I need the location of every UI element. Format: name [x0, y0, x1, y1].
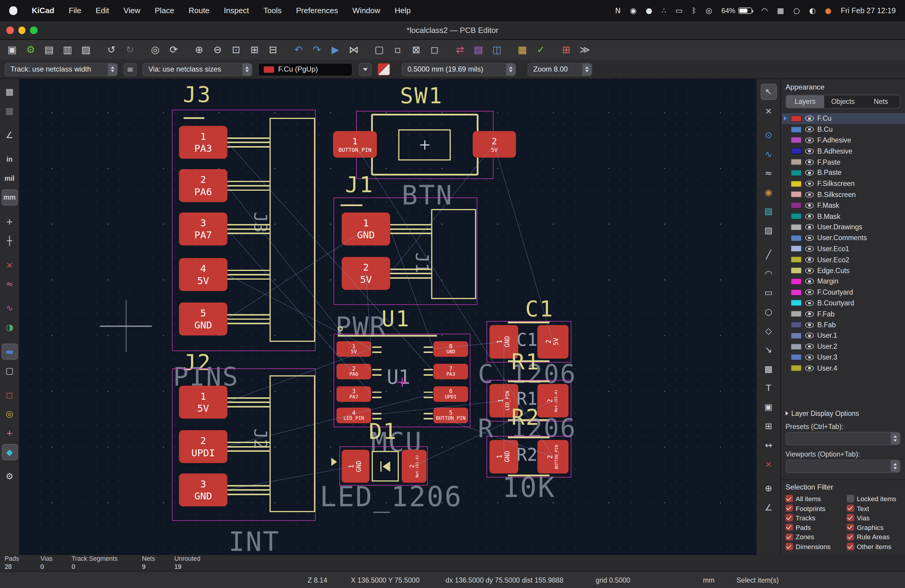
- r1-pad-2[interactable]: 2 Net-(D1-A): [537, 384, 568, 417]
- menu-help[interactable]: Help: [395, 6, 411, 15]
- layer-visibility-eye-icon[interactable]: [805, 246, 814, 251]
- zoom-to-selection-button[interactable]: ⊟: [264, 42, 282, 58]
- menubar-notion-icon[interactable]: N: [615, 7, 621, 14]
- r2-reference-text[interactable]: R2: [511, 407, 540, 428]
- grid-overrides-button[interactable]: ▩: [2, 103, 17, 119]
- tab-layers[interactable]: Layers: [786, 95, 824, 108]
- sketch-footprints-button[interactable]: ◻: [2, 387, 17, 403]
- draw-polygon-button[interactable]: ◇: [761, 323, 776, 339]
- highlight-net-button[interactable]: ⊙: [761, 127, 776, 143]
- j3-pad-3[interactable]: 3 PA7: [179, 213, 227, 245]
- layer-visibility-eye-icon[interactable]: [805, 257, 814, 262]
- layer-row-f-cu[interactable]: F.Cu: [782, 113, 905, 124]
- layer-color-swatch-b-cu[interactable]: [791, 126, 802, 133]
- layer-color-swatch-user-4[interactable]: [791, 365, 802, 371]
- r2-pad-2[interactable]: 2 BUTTON_PIN: [537, 440, 568, 474]
- checkbox-footprints[interactable]: [786, 504, 793, 512]
- layer-row-b-silkscreen[interactable]: B.Silkscreen: [782, 189, 905, 200]
- checkbox-text[interactable]: [847, 504, 854, 512]
- c1-center-label[interactable]: C1: [516, 331, 538, 349]
- board-setup-button[interactable]: ⚙: [22, 42, 39, 58]
- draw-circle-button[interactable]: ○: [761, 304, 776, 320]
- layer-color-swatch-user-eco1[interactable]: [791, 246, 802, 252]
- menu-route[interactable]: Route: [189, 6, 209, 15]
- highlight-nets-button[interactable]: ∿: [2, 300, 17, 316]
- filter-zones[interactable]: Zones: [786, 532, 847, 542]
- layer-row-margin[interactable]: Margin: [782, 276, 905, 287]
- save-button[interactable]: ▣: [3, 42, 21, 58]
- menu-window[interactable]: Window: [352, 6, 380, 15]
- layer-color-swatch-b-courtyard[interactable]: [791, 300, 802, 306]
- u1-pad-6[interactable]: 6 UPDI: [433, 386, 468, 402]
- d1-pad-1[interactable]: 1 GND: [342, 450, 370, 483]
- menubar-stats-icon[interactable]: ∴: [661, 7, 666, 14]
- menu-kicad[interactable]: KiCad: [32, 6, 54, 15]
- menubar-control-center-icon[interactable]: ◐: [809, 7, 816, 14]
- zoom-to-objects-button[interactable]: ⊞: [246, 42, 264, 58]
- minimize-window-button[interactable]: [18, 27, 25, 34]
- active-layer-combo[interactable]: F.Cu (PgUp): [258, 63, 352, 76]
- delete-tool-button[interactable]: ×: [761, 456, 776, 472]
- checkbox-all-items[interactable]: [786, 495, 793, 502]
- sketch-vias-button[interactable]: ◎: [2, 406, 17, 422]
- menubar-screen-mirroring-icon[interactable]: ◎: [706, 7, 712, 14]
- stepper-icon[interactable]: [108, 63, 117, 75]
- layer-visibility-eye-icon[interactable]: [805, 137, 814, 143]
- set-grid-origin-button[interactable]: ⊕: [761, 480, 776, 497]
- layer-color-swatch-f-paste[interactable]: [791, 159, 802, 165]
- j1-pad-2[interactable]: 2 5V: [342, 257, 390, 290]
- layer-row-user-4[interactable]: User.4: [782, 363, 905, 373]
- grid-visibility-button[interactable]: ▦: [2, 84, 17, 100]
- plot-button[interactable]: ▨: [77, 42, 95, 58]
- layer-row-user-comments[interactable]: User.Comments: [782, 233, 905, 243]
- layer-color-swatch-edge-cuts[interactable]: [791, 267, 802, 273]
- filter-other-items[interactable]: Other items: [847, 542, 904, 551]
- footprint-editor-button[interactable]: ◫: [488, 42, 506, 58]
- checkbox-rule-areas[interactable]: [847, 533, 854, 540]
- c1-reference-text[interactable]: C1: [525, 298, 554, 320]
- draw-arc-button[interactable]: ◠: [761, 265, 776, 282]
- layer-color-swatch-user-drawings[interactable]: [791, 224, 802, 230]
- add-text-box-button[interactable]: ▣: [761, 399, 776, 415]
- layer-visibility-eye-icon[interactable]: [805, 170, 814, 176]
- select-tool-button[interactable]: ↖: [761, 84, 776, 100]
- stepper-icon[interactable]: [891, 432, 900, 445]
- menu-inspect[interactable]: Inspect: [224, 6, 249, 15]
- filter-locked-items[interactable]: Locked items: [847, 494, 904, 503]
- layer-color-swatch-b-mask[interactable]: [791, 213, 802, 219]
- layer-visibility-eye-icon[interactable]: [805, 202, 814, 208]
- layer-row-b-paste[interactable]: B.Paste: [782, 167, 905, 178]
- layer-color-swatch-f-adhesive[interactable]: [791, 137, 802, 143]
- filter-footprints[interactable]: Footprints: [786, 503, 847, 513]
- net-color-mode-button[interactable]: ◑: [2, 319, 17, 335]
- layer-row-edge-cuts[interactable]: Edge.Cuts: [782, 265, 905, 276]
- footprint-library-button[interactable]: ▤: [470, 42, 487, 58]
- filter-all-items[interactable]: All items: [786, 494, 847, 503]
- layer-visibility-eye-icon[interactable]: [805, 159, 814, 165]
- track-presets-button[interactable]: ≡: [124, 63, 137, 76]
- layer-visibility-eye-icon[interactable]: [805, 333, 814, 338]
- menu-edit[interactable]: Edit: [96, 6, 109, 15]
- checkbox-pads[interactable]: [786, 524, 793, 531]
- draw-line-button[interactable]: ╱: [761, 246, 776, 262]
- zoom-combo[interactable]: Zoom 8.00: [528, 63, 592, 76]
- checkbox-locked-items[interactable]: [847, 495, 854, 502]
- filter-text[interactable]: Text: [847, 503, 904, 513]
- layer-visibility-eye-icon[interactable]: [805, 311, 814, 317]
- layer-row-b-adhesive[interactable]: B.Adhesive: [782, 146, 905, 157]
- add-image-button[interactable]: ▩: [761, 361, 776, 377]
- battery-indicator[interactable]: 64%: [722, 6, 752, 15]
- layer-dropdown-button[interactable]: [359, 63, 372, 76]
- menu-preferences[interactable]: Preferences: [296, 6, 338, 15]
- layer-row-b-mask[interactable]: B.Mask: [782, 211, 905, 222]
- layer-pair-indicator-icon[interactable]: [377, 63, 390, 75]
- menubar-dark-app-icon[interactable]: ●: [646, 7, 653, 14]
- j3-pad-2[interactable]: 2 PA6: [179, 169, 227, 202]
- layer-color-swatch-user-comments[interactable]: [791, 235, 802, 241]
- add-leader-button[interactable]: ↘: [761, 342, 776, 358]
- three-d-viewer-button[interactable]: ▦: [514, 42, 531, 58]
- checkbox-tracks[interactable]: [786, 514, 793, 521]
- single-layer-view-button[interactable]: ▬: [2, 343, 17, 359]
- menu-view[interactable]: View: [124, 6, 140, 15]
- curved-ratsnest-button[interactable]: ≈: [2, 276, 17, 292]
